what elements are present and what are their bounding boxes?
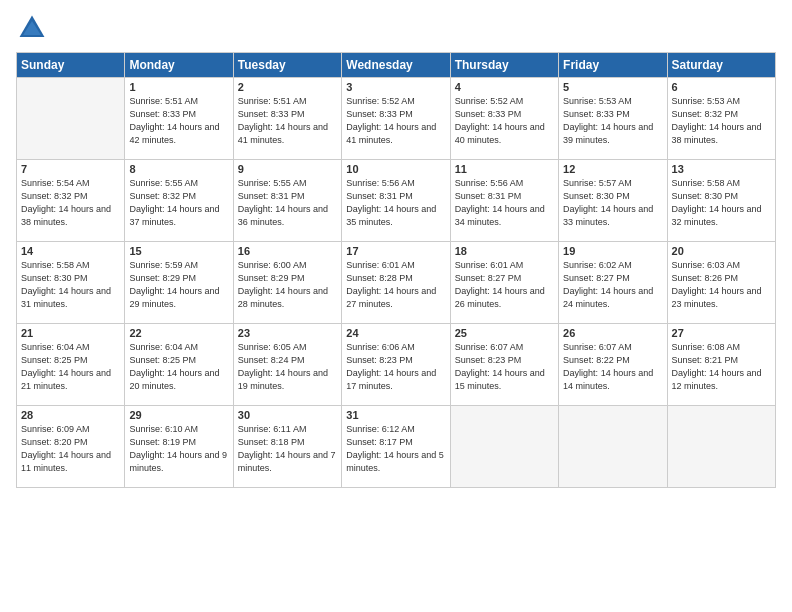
- day-info: Sunrise: 6:05 AM Sunset: 8:24 PM Dayligh…: [238, 341, 337, 393]
- day-info: Sunrise: 6:11 AM Sunset: 8:18 PM Dayligh…: [238, 423, 337, 475]
- day-cell: 31Sunrise: 6:12 AM Sunset: 8:17 PM Dayli…: [342, 406, 450, 488]
- day-cell: 4Sunrise: 5:52 AM Sunset: 8:33 PM Daylig…: [450, 78, 558, 160]
- day-number: 9: [238, 163, 337, 175]
- day-number: 19: [563, 245, 662, 257]
- day-cell: 27Sunrise: 6:08 AM Sunset: 8:21 PM Dayli…: [667, 324, 775, 406]
- week-row-4: 28Sunrise: 6:09 AM Sunset: 8:20 PM Dayli…: [17, 406, 776, 488]
- week-row-2: 14Sunrise: 5:58 AM Sunset: 8:30 PM Dayli…: [17, 242, 776, 324]
- day-info: Sunrise: 5:52 AM Sunset: 8:33 PM Dayligh…: [346, 95, 445, 147]
- day-info: Sunrise: 5:56 AM Sunset: 8:31 PM Dayligh…: [455, 177, 554, 229]
- header-cell-sunday: Sunday: [17, 53, 125, 78]
- day-number: 12: [563, 163, 662, 175]
- day-cell: 25Sunrise: 6:07 AM Sunset: 8:23 PM Dayli…: [450, 324, 558, 406]
- logo-icon: [16, 12, 48, 44]
- day-info: Sunrise: 5:54 AM Sunset: 8:32 PM Dayligh…: [21, 177, 120, 229]
- day-cell: [17, 78, 125, 160]
- day-cell: 5Sunrise: 5:53 AM Sunset: 8:33 PM Daylig…: [559, 78, 667, 160]
- day-cell: 30Sunrise: 6:11 AM Sunset: 8:18 PM Dayli…: [233, 406, 341, 488]
- day-info: Sunrise: 6:07 AM Sunset: 8:23 PM Dayligh…: [455, 341, 554, 393]
- day-cell: 9Sunrise: 5:55 AM Sunset: 8:31 PM Daylig…: [233, 160, 341, 242]
- day-info: Sunrise: 5:59 AM Sunset: 8:29 PM Dayligh…: [129, 259, 228, 311]
- day-info: Sunrise: 6:02 AM Sunset: 8:27 PM Dayligh…: [563, 259, 662, 311]
- day-info: Sunrise: 5:57 AM Sunset: 8:30 PM Dayligh…: [563, 177, 662, 229]
- day-number: 8: [129, 163, 228, 175]
- day-info: Sunrise: 5:56 AM Sunset: 8:31 PM Dayligh…: [346, 177, 445, 229]
- day-cell: [559, 406, 667, 488]
- day-cell: 12Sunrise: 5:57 AM Sunset: 8:30 PM Dayli…: [559, 160, 667, 242]
- day-info: Sunrise: 6:07 AM Sunset: 8:22 PM Dayligh…: [563, 341, 662, 393]
- day-cell: 1Sunrise: 5:51 AM Sunset: 8:33 PM Daylig…: [125, 78, 233, 160]
- day-cell: 8Sunrise: 5:55 AM Sunset: 8:32 PM Daylig…: [125, 160, 233, 242]
- day-number: 13: [672, 163, 771, 175]
- day-cell: 11Sunrise: 5:56 AM Sunset: 8:31 PM Dayli…: [450, 160, 558, 242]
- day-info: Sunrise: 5:53 AM Sunset: 8:32 PM Dayligh…: [672, 95, 771, 147]
- day-cell: 2Sunrise: 5:51 AM Sunset: 8:33 PM Daylig…: [233, 78, 341, 160]
- day-info: Sunrise: 5:58 AM Sunset: 8:30 PM Dayligh…: [672, 177, 771, 229]
- day-info: Sunrise: 5:53 AM Sunset: 8:33 PM Dayligh…: [563, 95, 662, 147]
- day-number: 17: [346, 245, 445, 257]
- header: [16, 12, 776, 44]
- day-cell: 7Sunrise: 5:54 AM Sunset: 8:32 PM Daylig…: [17, 160, 125, 242]
- day-info: Sunrise: 6:01 AM Sunset: 8:27 PM Dayligh…: [455, 259, 554, 311]
- day-cell: 26Sunrise: 6:07 AM Sunset: 8:22 PM Dayli…: [559, 324, 667, 406]
- day-cell: 17Sunrise: 6:01 AM Sunset: 8:28 PM Dayli…: [342, 242, 450, 324]
- header-cell-wednesday: Wednesday: [342, 53, 450, 78]
- day-cell: 28Sunrise: 6:09 AM Sunset: 8:20 PM Dayli…: [17, 406, 125, 488]
- page: SundayMondayTuesdayWednesdayThursdayFrid…: [0, 0, 792, 612]
- day-info: Sunrise: 6:12 AM Sunset: 8:17 PM Dayligh…: [346, 423, 445, 475]
- day-info: Sunrise: 6:01 AM Sunset: 8:28 PM Dayligh…: [346, 259, 445, 311]
- day-info: Sunrise: 6:04 AM Sunset: 8:25 PM Dayligh…: [21, 341, 120, 393]
- day-number: 10: [346, 163, 445, 175]
- day-number: 25: [455, 327, 554, 339]
- day-cell: 10Sunrise: 5:56 AM Sunset: 8:31 PM Dayli…: [342, 160, 450, 242]
- day-number: 27: [672, 327, 771, 339]
- day-number: 31: [346, 409, 445, 421]
- day-cell: 19Sunrise: 6:02 AM Sunset: 8:27 PM Dayli…: [559, 242, 667, 324]
- day-cell: 6Sunrise: 5:53 AM Sunset: 8:32 PM Daylig…: [667, 78, 775, 160]
- day-info: Sunrise: 5:55 AM Sunset: 8:31 PM Dayligh…: [238, 177, 337, 229]
- day-number: 18: [455, 245, 554, 257]
- day-cell: 21Sunrise: 6:04 AM Sunset: 8:25 PM Dayli…: [17, 324, 125, 406]
- logo: [16, 12, 52, 44]
- day-cell: 15Sunrise: 5:59 AM Sunset: 8:29 PM Dayli…: [125, 242, 233, 324]
- day-info: Sunrise: 5:55 AM Sunset: 8:32 PM Dayligh…: [129, 177, 228, 229]
- day-cell: 23Sunrise: 6:05 AM Sunset: 8:24 PM Dayli…: [233, 324, 341, 406]
- day-number: 14: [21, 245, 120, 257]
- day-info: Sunrise: 5:58 AM Sunset: 8:30 PM Dayligh…: [21, 259, 120, 311]
- day-cell: 3Sunrise: 5:52 AM Sunset: 8:33 PM Daylig…: [342, 78, 450, 160]
- day-number: 11: [455, 163, 554, 175]
- day-number: 7: [21, 163, 120, 175]
- header-cell-thursday: Thursday: [450, 53, 558, 78]
- week-row-1: 7Sunrise: 5:54 AM Sunset: 8:32 PM Daylig…: [17, 160, 776, 242]
- day-number: 23: [238, 327, 337, 339]
- day-number: 30: [238, 409, 337, 421]
- day-number: 16: [238, 245, 337, 257]
- day-info: Sunrise: 6:09 AM Sunset: 8:20 PM Dayligh…: [21, 423, 120, 475]
- day-info: Sunrise: 6:10 AM Sunset: 8:19 PM Dayligh…: [129, 423, 228, 475]
- day-cell: 13Sunrise: 5:58 AM Sunset: 8:30 PM Dayli…: [667, 160, 775, 242]
- header-row: SundayMondayTuesdayWednesdayThursdayFrid…: [17, 53, 776, 78]
- day-cell: 16Sunrise: 6:00 AM Sunset: 8:29 PM Dayli…: [233, 242, 341, 324]
- day-number: 4: [455, 81, 554, 93]
- day-cell: 20Sunrise: 6:03 AM Sunset: 8:26 PM Dayli…: [667, 242, 775, 324]
- day-info: Sunrise: 6:03 AM Sunset: 8:26 PM Dayligh…: [672, 259, 771, 311]
- calendar-table: SundayMondayTuesdayWednesdayThursdayFrid…: [16, 52, 776, 488]
- week-row-0: 1Sunrise: 5:51 AM Sunset: 8:33 PM Daylig…: [17, 78, 776, 160]
- day-cell: 24Sunrise: 6:06 AM Sunset: 8:23 PM Dayli…: [342, 324, 450, 406]
- day-number: 21: [21, 327, 120, 339]
- header-cell-saturday: Saturday: [667, 53, 775, 78]
- day-info: Sunrise: 6:06 AM Sunset: 8:23 PM Dayligh…: [346, 341, 445, 393]
- header-cell-friday: Friday: [559, 53, 667, 78]
- day-number: 3: [346, 81, 445, 93]
- week-row-3: 21Sunrise: 6:04 AM Sunset: 8:25 PM Dayli…: [17, 324, 776, 406]
- day-number: 22: [129, 327, 228, 339]
- day-number: 20: [672, 245, 771, 257]
- day-number: 28: [21, 409, 120, 421]
- day-info: Sunrise: 6:04 AM Sunset: 8:25 PM Dayligh…: [129, 341, 228, 393]
- day-info: Sunrise: 5:52 AM Sunset: 8:33 PM Dayligh…: [455, 95, 554, 147]
- day-info: Sunrise: 6:08 AM Sunset: 8:21 PM Dayligh…: [672, 341, 771, 393]
- day-cell: [667, 406, 775, 488]
- header-cell-tuesday: Tuesday: [233, 53, 341, 78]
- day-number: 5: [563, 81, 662, 93]
- day-number: 24: [346, 327, 445, 339]
